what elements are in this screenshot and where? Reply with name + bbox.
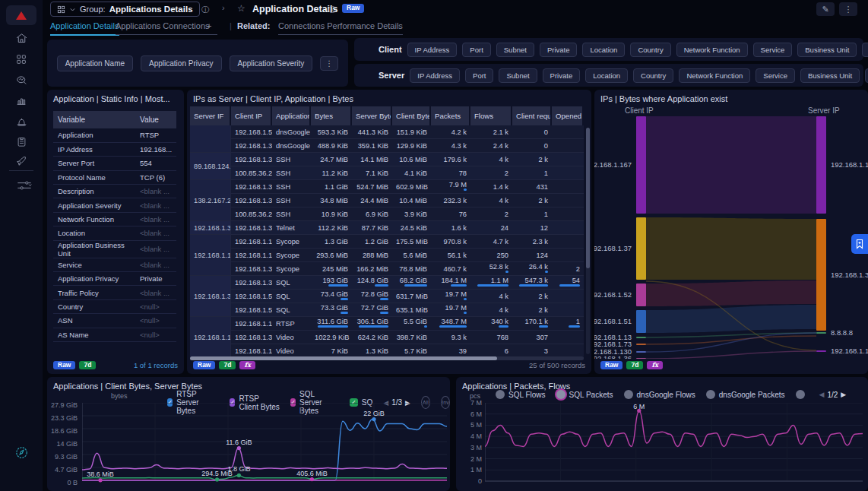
table-row[interactable]: 192.168.1.141Sycope293.6 MiB288 MiB5.6 M… <box>190 249 584 262</box>
kebab-menu-icon[interactable]: ⋮ <box>320 56 338 71</box>
compass-icon[interactable] <box>11 443 32 461</box>
filter-chip[interactable]: Application Name <box>57 55 133 71</box>
table-row[interactable]: 138.2.167.24192.168.1.36SSH1.1 GiB524.7 … <box>190 180 584 194</box>
sankey-node[interactable] <box>636 116 646 214</box>
filter-chip[interactable]: Application Privacy <box>141 55 221 71</box>
table-row[interactable]: 192.168.1.36Video1022.9 KiB624.2 KiB398.… <box>190 331 584 344</box>
table-row[interactable]: 192.168.1.38192.168.1.37SQL193 GiB124.8 … <box>190 276 584 290</box>
static-info-row[interactable]: ApplicationRTSP <box>53 128 176 142</box>
table-row[interactable]: 192.168.1.36Sycope245 MiB166.2 MiB78.8 M… <box>190 262 584 276</box>
next-arrow-icon[interactable]: ▶ <box>841 391 846 398</box>
static-info-row[interactable]: Application PrivacyPrivate <box>53 272 176 286</box>
vertical-scrollbar[interactable] <box>586 128 590 354</box>
static-info-row[interactable]: Country<null> <box>53 299 176 313</box>
charts-icon[interactable] <box>11 91 32 109</box>
group-info-icon[interactable]: ⓘ <box>201 5 209 15</box>
static-info-row[interactable]: Network Function<blank ... <box>53 212 176 226</box>
sankey-node[interactable] <box>636 217 646 280</box>
title-info-icon[interactable]: ⓘ <box>328 5 336 15</box>
endpoint-filter-chip[interactable]: Private <box>540 43 578 57</box>
table-row[interactable]: 192.168.1.37SSH34.8 MiB24.4 MiB10.4 MiB2… <box>190 194 584 207</box>
table-row[interactable]: 192.168.1.110192.168.1.167RTSP311.6 GiB3… <box>190 317 584 331</box>
endpoint-filter-chip[interactable]: Subnet <box>496 43 534 57</box>
table-row[interactable]: 192.168.1.13192.168.1.130Sycope1.3 GiB1.… <box>190 235 584 249</box>
endpoint-filter-chip[interactable]: Country <box>630 43 670 57</box>
kebab-menu-icon[interactable]: ⋮ <box>862 43 868 57</box>
endpoint-filter-chip[interactable]: Network Function <box>676 43 748 57</box>
static-info-row[interactable]: ASN<null> <box>53 314 176 328</box>
home-icon[interactable] <box>11 29 32 47</box>
settings-sliders-icon[interactable] <box>11 176 38 195</box>
static-info-row[interactable]: Description<blank ... <box>53 185 176 198</box>
endpoint-filter-chip[interactable]: Port <box>465 68 493 83</box>
legend-item[interactable]: SQL Packets <box>556 390 613 399</box>
static-info-row[interactable]: Location<blank ... <box>53 226 176 240</box>
endpoint-filter-chip[interactable]: Country <box>633 68 673 83</box>
endpoint-filter-chip[interactable]: Location <box>585 68 628 83</box>
table-row[interactable]: 192.168.1.51SQL73.3 GiB72.7 GiB635.1 MiB… <box>190 303 584 317</box>
reports-clipboard-icon[interactable] <box>11 132 32 150</box>
bookmark-button[interactable] <box>851 234 868 254</box>
endpoint-filter-chip[interactable]: IP Address <box>410 68 460 83</box>
legend-item[interactable]: dnsGoogle Flows <box>624 390 695 399</box>
endpoint-filter-chip[interactable]: Port <box>462 43 490 57</box>
legend-item[interactable]: dnsGoogle Packets <box>706 390 785 399</box>
prev-arrow-icon[interactable]: ◀ <box>819 391 825 398</box>
legend-item[interactable]: SQL Flows <box>496 390 546 399</box>
raw-badge[interactable]: Raw <box>600 361 622 370</box>
table-row[interactable]: 100.85.36.239SSH10.9 KiB6.9 KiB3.9 KiB76… <box>190 207 584 221</box>
endpoint-filter-chip[interactable]: Location <box>582 43 625 57</box>
sankey-node[interactable] <box>816 350 826 352</box>
endpoint-filter-chip[interactable]: IP Address <box>407 43 458 57</box>
static-info-row[interactable]: Traffic Policy<blank ... <box>53 286 176 299</box>
sankey-node[interactable] <box>636 358 646 359</box>
static-info-row[interactable]: Protocol NameTCP (6) <box>53 170 176 184</box>
endpoint-filter-chip[interactable]: Service <box>756 68 795 83</box>
group-selector[interactable]: Group: Applications Details <box>50 2 200 17</box>
kebab-menu-icon[interactable]: ⋮ <box>839 2 857 16</box>
table-row[interactable]: 192.168.1.52dnsGoogle593.3 KiB441.3 KiB1… <box>190 125 584 139</box>
filter-chip[interactable]: Application Severity <box>230 55 313 71</box>
raw-badge[interactable]: Raw <box>193 361 215 370</box>
sankey-node[interactable] <box>816 332 826 334</box>
tab-connections-performance[interactable]: Connections Performance Details <box>278 21 403 35</box>
range-badge[interactable]: 7d <box>626 361 643 370</box>
endpoint-filter-chip[interactable]: Business Unit <box>800 68 860 83</box>
add-tab-button[interactable]: + <box>201 21 217 35</box>
static-info-row[interactable]: Service<blank ... <box>53 258 176 271</box>
apps-grid-icon[interactable] <box>11 50 32 68</box>
discover-search-icon[interactable] <box>11 71 32 89</box>
table-row[interactable]: 192.168.1.30dnsGoogle488.9 KiB359.1 KiB1… <box>190 139 584 153</box>
endpoint-filter-chip[interactable]: Network Function <box>679 68 750 83</box>
favorite-star-icon[interactable]: ☆ <box>237 3 246 14</box>
range-badge[interactable]: 7d <box>219 361 236 370</box>
raw-mode-badge[interactable]: Raw <box>342 4 364 13</box>
static-info-row[interactable]: AS Name<null> <box>53 328 176 341</box>
alerts-bell-icon[interactable] <box>11 112 32 130</box>
endpoint-filter-chip[interactable]: Service <box>753 43 793 57</box>
sankey-node[interactable] <box>816 116 826 214</box>
sankey-node[interactable] <box>636 344 646 345</box>
static-info-row[interactable]: Application Severity<blank ... <box>53 198 176 212</box>
horizontal-scrollbar[interactable] <box>190 356 584 360</box>
kebab-menu-icon[interactable]: ⋮ <box>865 68 868 83</box>
raw-badge[interactable]: Raw <box>53 361 75 370</box>
rocket-icon[interactable] <box>11 152 32 170</box>
sankey-node[interactable] <box>636 337 646 338</box>
sankey-node[interactable] <box>636 284 646 306</box>
static-info-row[interactable]: IP Address192.168... <box>53 142 176 156</box>
static-info-row[interactable]: Application Business Unit<blank ... <box>53 240 176 258</box>
static-info-row[interactable]: Server Port554 <box>53 157 176 170</box>
sankey-node[interactable] <box>816 219 826 331</box>
legend-item[interactable] <box>796 390 809 399</box>
edit-pencil-icon[interactable]: ✎ <box>816 2 835 16</box>
fx-badge[interactable]: fx <box>239 361 255 370</box>
endpoint-filter-chip[interactable]: Subnet <box>499 68 537 83</box>
tab-applications-connections[interactable]: Applications Connections <box>116 21 210 35</box>
range-badge[interactable]: 7d <box>79 361 96 370</box>
table-row[interactable]: 100.85.36.239SSH11.2 KiB7.1 KiB4.1 KiB78… <box>190 166 584 180</box>
tab-application-details[interactable]: Application Details <box>50 21 119 36</box>
table-row[interactable]: 89.168.124.241192.168.1.37SSH24.7 MiB14.… <box>190 153 584 166</box>
endpoint-filter-chip[interactable]: Business Unit <box>797 43 857 57</box>
fx-badge[interactable]: fx <box>647 361 663 370</box>
